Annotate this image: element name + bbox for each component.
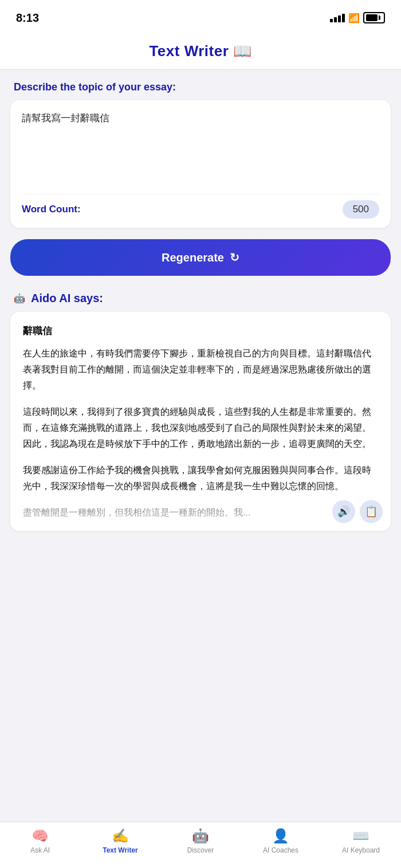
regenerate-button[interactable]: Regenerate ↻	[10, 239, 391, 276]
output-card: 辭職信 在人生的旅途中，有時我們需要停下腳步，重新檢視自己的方向與目標。這封辭職…	[10, 312, 391, 531]
app-title: Text Writer 📖	[149, 42, 251, 60]
input-card: 請幫我寫一封辭職信 Word Count: 500	[10, 100, 391, 228]
nav-item-ai-coaches[interactable]: 👤 AI Coaches	[258, 828, 304, 854]
ai-coaches-label: AI Coaches	[263, 846, 298, 854]
bottom-nav: 🧠 Ask AI ✍️ Text Writer 🤖 Discover 👤 AI …	[0, 822, 401, 868]
regenerate-icon: ↻	[230, 251, 239, 264]
ai-keyboard-icon: ⌨️	[352, 828, 369, 844]
regenerate-label: Regenerate	[162, 251, 224, 264]
status-icons: 📶	[330, 12, 385, 23]
speaker-button[interactable]: 🔊	[332, 500, 355, 523]
word-count-badge[interactable]: 500	[343, 200, 379, 219]
wifi-icon: 📶	[348, 13, 360, 23]
battery-icon	[363, 12, 385, 23]
nav-item-discover[interactable]: 🤖 Discover	[178, 828, 223, 854]
word-count-row: Word Count: 500	[22, 194, 379, 219]
copy-button[interactable]: 📋	[360, 500, 383, 523]
output-title: 辭職信	[23, 324, 378, 338]
output-para-1: 在人生的旅途中，有時我們需要停下腳步，重新檢視自己的方向與目標。這封辭職信代表著…	[23, 346, 378, 394]
app-header: Text Writer 📖	[0, 31, 401, 70]
nav-item-text-writer[interactable]: ✍️ Text Writer	[97, 828, 143, 854]
output-para-2: 這段時間以來，我得到了很多寶貴的經驗與成長，這些對我的人生都是非常重要的。然而，…	[23, 404, 378, 452]
ask-ai-icon: 🧠	[32, 828, 49, 844]
aido-emoji: 🤖	[14, 293, 25, 304]
ai-coaches-icon: 👤	[272, 828, 289, 844]
discover-icon: 🤖	[192, 828, 209, 844]
text-writer-label: Text Writer	[103, 846, 138, 854]
status-time: 8:13	[16, 11, 39, 25]
ask-ai-label: Ask AI	[30, 846, 50, 854]
status-bar: 8:13 📶	[0, 0, 401, 31]
discover-label: Discover	[187, 846, 214, 854]
aido-label: Aido AI says:	[31, 292, 103, 305]
aido-header: 🤖 Aido AI says:	[0, 287, 401, 312]
topic-textarea[interactable]: 請幫我寫一封辭職信	[22, 112, 379, 186]
text-writer-icon: ✍️	[112, 828, 129, 844]
floating-buttons: 🔊 📋	[332, 500, 383, 523]
output-para-3: 我要感謝這份工作給予我的機會與挑戰，讓我學會如何克服困難與與同事合作。這段時光中…	[23, 462, 378, 494]
main-content: Text Writer 📖 Describe the topic of your…	[0, 31, 401, 588]
nav-item-ask-ai[interactable]: 🧠 Ask AI	[17, 828, 63, 854]
word-count-label: Word Count:	[22, 204, 81, 215]
ai-keyboard-label: AI Keyboard	[342, 846, 380, 854]
signal-icon	[330, 14, 345, 22]
output-para-4: 盡管離開是一種離別，但我相信這是一種新的開始。我...	[23, 505, 378, 521]
nav-item-ai-keyboard[interactable]: ⌨️ AI Keyboard	[338, 828, 384, 854]
section-label: Describe the topic of your essay:	[0, 70, 401, 100]
